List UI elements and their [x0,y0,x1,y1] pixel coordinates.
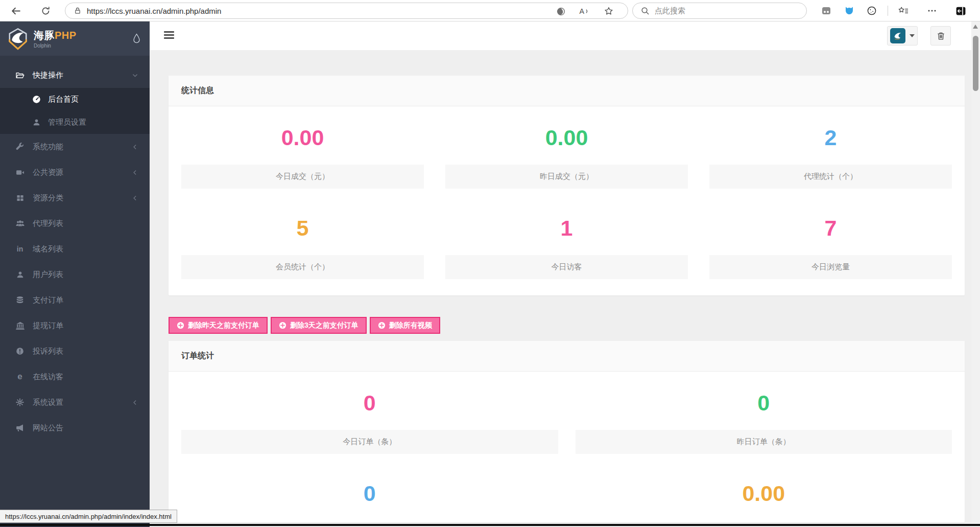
status-bar-link-preview: https://lccs.yruanai.cn/admin.php/admin/… [0,510,177,523]
sidebar-item-label: 用户列表 [33,270,63,280]
stat-value: 1 [445,215,688,241]
stat-cell: 0 今日订单（条） [181,372,558,454]
sidebar-item-complaint-list[interactable]: 投诉列表 [0,338,150,364]
sidebar-item-user-list[interactable]: 用户列表 [0,262,150,287]
stat-label: 今日订单（条） [181,430,558,454]
sidebar-item-admin-settings[interactable]: 管理员设置 [0,111,150,134]
user-icon [15,270,25,279]
sidebar-item-system-settings[interactable]: 系统设置 [0,389,150,415]
svg-text:A: A [580,7,585,15]
orders-card: 订单统计 0 今日订单（条） 0 昨日订单（条） 0 [169,341,965,522]
stat-cell: 7 今日浏览量 [709,189,952,279]
sidebar-item-label: 后台首页 [48,95,79,104]
url-text[interactable]: https://lccs.yruanai.cn/admin.php/admin [87,7,221,15]
stat-value: 7 [709,215,952,241]
stats-card-title: 统计信息 [169,76,965,106]
stat-cell: 0 [181,454,558,506]
extensions-icon[interactable] [865,4,878,17]
toolbar-divider [888,6,888,16]
search-placeholder: 点此搜索 [655,6,685,16]
sidebar-item-domain-list[interactable]: in 域名列表 [0,236,150,262]
stat-label: 昨日订单（条） [576,430,952,454]
refresh-icon[interactable] [39,4,52,17]
sidebar-item-site-announcement[interactable]: 网站公告 [0,415,150,441]
clear-trash-button[interactable] [930,26,951,45]
button-label: 删除所有视频 [389,321,432,330]
fox-extension-icon[interactable] [843,4,856,17]
plus-circle-icon [378,322,386,329]
address-bar[interactable]: https://lccs.yruanai.cn/admin.php/admin … [65,3,628,19]
stat-value: 0 [576,390,952,416]
favorite-star-icon[interactable] [603,6,615,17]
stat-value: 0 [181,480,558,506]
swirl-extension-icon[interactable] [555,6,567,17]
delete-payments-before-yesterday-button[interactable]: 删除昨天之前支付订单 [169,317,268,334]
browser-scrollbar[interactable] [971,21,980,527]
settings-menu-icon[interactable] [925,4,939,17]
sidebar-submenu: 后台首页 管理员设置 [0,88,150,134]
stat-value: 0 [181,390,558,416]
sidebar-panel-icon[interactable] [954,4,967,17]
stat-cell: 0 昨日订单（条） [576,372,952,454]
search-box[interactable]: 点此搜索 [632,3,807,19]
stat-label: 今日浏览量 [709,255,952,279]
grid-icon [15,193,25,202]
sidebar-item-label: 在线访客 [33,372,63,382]
workspaces-icon[interactable] [820,4,833,17]
hamburger-menu-icon[interactable] [164,31,174,40]
sidebar-item-dashboard-home[interactable]: 后台首页 [0,88,150,111]
scrollbar-thumb[interactable] [973,36,978,91]
scroll-up-arrow-icon[interactable] [973,25,978,29]
warning-icon [15,347,25,356]
browser-toolbar: https://lccs.yruanai.cn/admin.php/admin … [0,0,980,21]
favorites-bar-icon[interactable] [897,4,910,17]
linkedin-icon: in [15,244,25,254]
stat-cell: 2 代理统计（个） [709,106,952,189]
sidebar-item-public-resources[interactable]: 公共资源 [0,159,150,185]
sidebar-item-withdrawal-orders[interactable]: 提现订单 [0,313,150,338]
read-aloud-icon[interactable]: A [578,6,590,17]
stat-value: 0.00 [576,480,952,506]
stat-value: 5 [181,215,424,241]
logo-title-accent: PHP [55,30,77,41]
folder-open-icon [15,71,25,80]
sidebar-item-label: 系统设置 [33,398,63,407]
chevron-left-icon [132,399,138,406]
wrench-icon [15,142,25,151]
dashboard-icon [32,95,41,104]
orders-card-title: 订单统计 [169,341,965,372]
sidebar-item-quick-actions[interactable]: 快捷操作 [0,62,150,88]
chevron-left-icon [132,144,138,150]
sidebar-logo[interactable]: 海豚PHP Dolphin [0,21,150,56]
sidebar-item-label: 支付订单 [33,295,63,305]
sidebar: 海豚PHP Dolphin 快捷操作 后台首页 [0,21,150,527]
avatar [890,28,905,43]
sidebar-item-label: 管理员设置 [48,118,86,127]
logo-subtitle: Dolphin [34,43,133,49]
back-icon[interactable] [9,4,22,17]
chevron-left-icon [132,169,138,176]
user-icon [32,118,41,127]
sidebar-item-system-functions[interactable]: 系统功能 [0,134,150,159]
secure-lock-icon[interactable] [74,7,82,15]
stat-label: 代理统计（个） [709,165,952,189]
delete-all-videos-button[interactable]: 删除所有视频 [370,317,440,334]
trash-icon [937,32,945,40]
sidebar-item-payment-orders[interactable]: 支付订单 [0,287,150,313]
droplet-icon[interactable] [133,33,140,44]
user-avatar-button[interactable] [887,26,918,45]
gear-icon [15,398,25,407]
chevron-down-icon [132,72,138,79]
delete-payments-before-3days-button[interactable]: 删除3天之前支付订单 [271,317,367,334]
sidebar-item-resource-categories[interactable]: 资源分类 [0,185,150,211]
stat-label: 今日成交（元） [181,165,424,189]
stat-cell: 5 会员统计（个） [181,189,424,279]
chevron-left-icon [132,195,138,201]
sidebar-item-agent-list[interactable]: 代理列表 [0,211,150,236]
window-bottom-edge [0,524,980,526]
sidebar-item-online-visitors[interactable]: e 在线访客 [0,364,150,389]
caret-down-icon [910,34,915,37]
sidebar-item-label: 系统功能 [33,142,63,152]
sidebar-item-label: 域名列表 [33,244,63,254]
sidebar-item-label: 资源分类 [33,193,63,203]
